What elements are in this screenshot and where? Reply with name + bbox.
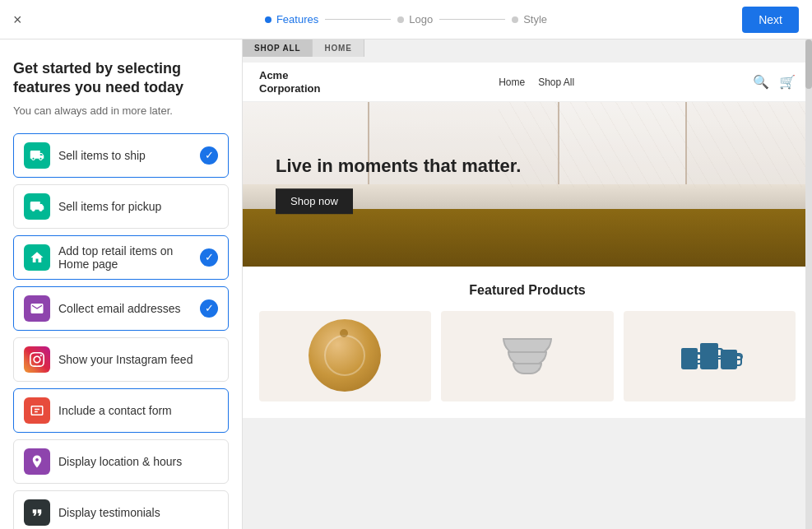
step-line-1 [325,19,391,20]
store-preview: Acme Corporation Home Shop All 🔍 🛒 [243,39,812,529]
scroll-bar[interactable] [805,39,812,529]
feature-left-instagram: Show your Instagram feed [24,346,193,373]
feature-label-top-retail: Add top retail items on Home page [58,244,200,271]
store-logo: Acme Corporation [259,69,320,95]
feature-icon-location [24,448,50,475]
step-features: Features [265,13,318,26]
feature-left-email: Collect email addresses [24,295,181,322]
feature-label-location: Display location & hours [58,455,182,468]
feature-icon-collect-email [24,295,50,322]
step-dot-logo [397,16,404,23]
step-dot-features [265,16,271,23]
feature-item-sell-ship[interactable]: Sell items to ship ✓ [13,133,229,178]
step-line-2 [439,19,505,20]
preview-page-tabs: SHOP ALL HOME [243,39,364,57]
nav-item-shop-all[interactable]: Shop All [538,77,574,88]
feature-label-sell-pickup: Sell items for pickup [58,200,161,213]
feature-label-contact: Include a contact form [58,404,172,417]
feature-item-contact[interactable]: Include a contact form [13,388,229,433]
store-nav: Home Shop All [499,77,574,88]
step-logo: Logo [397,13,433,26]
feature-icon-sell-ship [24,142,50,169]
step-label-style: Style [523,13,547,26]
hero-section: Live in moments that matter. Shop now [243,102,812,267]
step-style: Style [512,13,547,26]
hero-cta-button[interactable]: Shop now [276,188,353,214]
check-collect-email: ✓ [200,299,218,318]
store-action-icons: 🔍 🛒 [753,74,796,90]
feature-label-instagram: Show your Instagram feed [58,353,193,366]
step-indicator: Features Logo Style [265,13,547,26]
hero-text: Live in moments that matter. Shop now [276,155,521,214]
feature-left-testimonials: Display testimonials [24,499,160,526]
feature-left-retail: Add top retail items on Home page [24,244,200,271]
feature-item-location[interactable]: Display location & hours [13,439,229,484]
featured-section: Featured Products [243,267,812,418]
feature-left-location: Display location & hours [24,448,182,475]
feature-item-sell-pickup[interactable]: Sell items for pickup [13,184,229,229]
feature-icon-top-retail [24,244,50,271]
feature-item-instagram[interactable]: Show your Instagram feed [13,337,229,382]
nav-item-home[interactable]: Home [499,77,525,88]
next-button[interactable]: Next [742,7,799,33]
step-dot-style [512,16,518,23]
wood-base [243,209,812,267]
product-card-mugs[interactable] [624,311,796,401]
feature-icon-instagram [24,346,50,373]
check-sell-ship: ✓ [200,146,218,165]
feature-icon-sell-pickup [24,193,50,220]
tab-home[interactable]: HOME [313,39,364,57]
feature-left: Sell items to ship [24,142,146,169]
step-label-logo: Logo [409,13,433,26]
step-label-features: Features [276,13,318,26]
check-top-retail: ✓ [200,248,218,267]
hero-headline: Live in moments that matter. [276,155,521,179]
close-button[interactable]: × [13,11,22,28]
store-topbar: Acme Corporation Home Shop All 🔍 🛒 [243,63,812,102]
feature-icon-contact [24,397,50,424]
product-card-cutting-board[interactable] [259,311,431,401]
feature-item-testimonials[interactable]: Display testimonials [13,490,229,529]
feature-icon-testimonials [24,499,50,526]
feature-left-contact: Include a contact form [24,397,172,424]
right-preview: SHOP ALL HOME Acme Corporation Home Shop… [243,39,812,529]
search-icon[interactable]: 🔍 [753,74,769,90]
panel-heading: Get started by selecting features you ne… [13,59,229,98]
feature-label-testimonials: Display testimonials [58,506,160,519]
main-content: Get started by selecting features you ne… [0,39,812,529]
product-image-bowls [503,338,552,374]
tile-pattern [499,102,812,188]
product-card-bowls[interactable] [441,311,613,401]
feature-item-top-retail[interactable]: Add top retail items on Home page ✓ [13,235,229,280]
feature-label-collect-email: Collect email addresses [58,302,181,315]
scroll-thumb[interactable] [805,39,812,89]
products-grid [259,311,796,401]
panel-subtitle: You can always add in more later. [13,104,229,117]
product-image-cutting-board [309,319,383,393]
cart-icon[interactable]: 🛒 [779,74,796,90]
feature-item-collect-email[interactable]: Collect email addresses ✓ [13,286,229,331]
product-image-mugs [681,343,737,369]
featured-title: Featured Products [259,283,796,298]
tab-shop-all[interactable]: SHOP ALL [243,39,313,57]
left-panel: Get started by selecting features you ne… [0,39,243,529]
top-navigation: × Features Logo Style Next [0,0,812,39]
feature-left-pickup: Sell items for pickup [24,193,161,220]
feature-label-sell-ship: Sell items to ship [58,149,146,162]
